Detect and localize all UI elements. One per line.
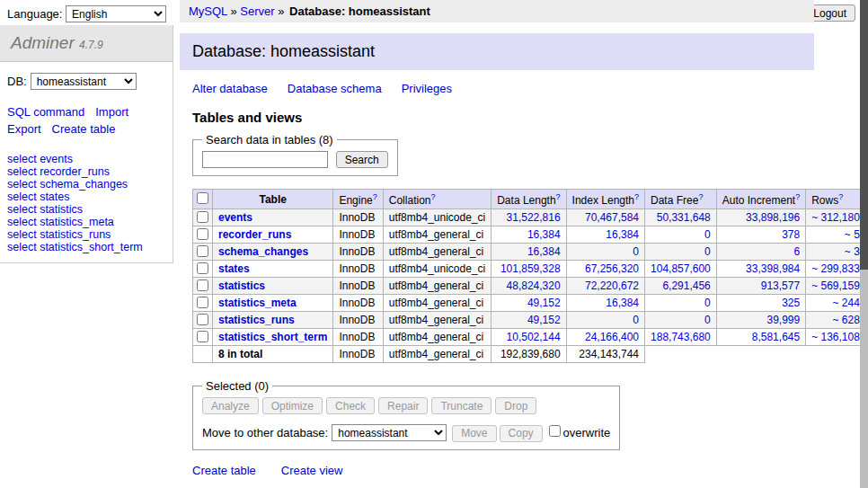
cell-link[interactable]: ~ 299,833 bbox=[811, 262, 860, 275]
table-name-link[interactable]: statistics_short_term bbox=[40, 241, 143, 253]
cell-link[interactable]: 104,857,600 bbox=[651, 262, 711, 275]
cell-link[interactable]: 39,999 bbox=[766, 314, 800, 326]
scrollbar-thumb[interactable] bbox=[860, 0, 868, 270]
table-name-link[interactable]: schema_changes bbox=[40, 178, 128, 191]
table-link[interactable]: states bbox=[218, 262, 250, 275]
cell-link[interactable]: 0 bbox=[633, 314, 639, 326]
row-checkbox[interactable] bbox=[197, 331, 208, 342]
table-select-link[interactable]: select bbox=[7, 216, 37, 228]
row-checkbox[interactable] bbox=[197, 211, 208, 223]
column-help-link[interactable]: ? bbox=[430, 192, 435, 201]
cell-link[interactable]: 6 bbox=[793, 245, 800, 258]
table-name-link[interactable]: statistics bbox=[40, 203, 83, 216]
table-name-link[interactable]: recorder_runs bbox=[40, 165, 110, 178]
scrollbar[interactable] bbox=[860, 0, 868, 488]
row-checkbox[interactable] bbox=[197, 262, 208, 274]
copy-button[interactable]: Copy bbox=[500, 425, 543, 442]
cell-link[interactable]: 0 bbox=[704, 245, 711, 258]
sidebar-link[interactable]: Import bbox=[95, 104, 128, 121]
database-action-link[interactable]: Alter database bbox=[192, 82, 268, 95]
cell-link[interactable]: 24,166,400 bbox=[585, 331, 639, 343]
cell-link[interactable]: 33,898,196 bbox=[746, 211, 800, 224]
sidebar-link[interactable]: SQL command bbox=[7, 104, 84, 121]
table-link[interactable]: statistics_meta bbox=[218, 297, 297, 309]
cell-link[interactable]: 72,220,672 bbox=[585, 279, 639, 292]
cell-link[interactable]: ~ 628 bbox=[833, 314, 860, 326]
column-help-link[interactable]: ? bbox=[698, 192, 703, 201]
search-input[interactable] bbox=[202, 151, 328, 168]
database-action-link[interactable]: Database schema bbox=[288, 82, 382, 95]
column-help-link[interactable]: ? bbox=[838, 192, 843, 201]
cell-link[interactable]: 31,522,816 bbox=[507, 211, 561, 224]
column-help-link[interactable]: ? bbox=[634, 192, 639, 201]
table-select-link[interactable]: select bbox=[7, 228, 37, 241]
column-help-link[interactable]: ? bbox=[556, 192, 561, 201]
table-name-link[interactable]: statistics_meta bbox=[40, 216, 114, 228]
cell-link[interactable]: ~ 569,159 bbox=[811, 279, 860, 292]
table-link[interactable]: statistics_runs bbox=[218, 314, 295, 326]
cell-link[interactable]: 913,577 bbox=[761, 279, 800, 292]
row-checkbox[interactable] bbox=[197, 279, 208, 291]
table-link[interactable]: statistics_short_term bbox=[218, 331, 327, 343]
table-link[interactable]: schema_changes bbox=[218, 245, 308, 258]
table-select-link[interactable]: select bbox=[7, 191, 37, 203]
cell-link[interactable]: 8,581,645 bbox=[752, 331, 800, 343]
cell-link[interactable]: 50,331,648 bbox=[657, 211, 711, 224]
sidebar-link[interactable]: Create table bbox=[52, 121, 116, 138]
cell-link[interactable]: 0 bbox=[633, 245, 639, 258]
column-help-link[interactable]: ? bbox=[373, 192, 377, 201]
db-select[interactable]: homeassistant bbox=[31, 73, 137, 90]
move-db-select[interactable]: homeassistant bbox=[332, 424, 447, 441]
search-button[interactable]: Search bbox=[336, 151, 388, 168]
cell-link[interactable]: 325 bbox=[782, 297, 800, 309]
row-checkbox[interactable] bbox=[197, 297, 208, 308]
row-checkbox[interactable] bbox=[197, 245, 208, 257]
cell-link[interactable]: 101,859,328 bbox=[500, 262, 561, 275]
table-select-link[interactable]: select bbox=[7, 153, 37, 165]
action-check-button[interactable]: Check bbox=[326, 397, 375, 414]
table-select-link[interactable]: select bbox=[7, 165, 37, 178]
column-help-link[interactable]: ? bbox=[795, 192, 800, 201]
cell-link[interactable]: 49,152 bbox=[527, 297, 561, 309]
table-select-link[interactable]: select bbox=[7, 203, 37, 216]
cell-link[interactable]: 16,384 bbox=[606, 228, 639, 241]
table-link[interactable]: statistics bbox=[218, 279, 265, 292]
select-all-checkbox[interactable] bbox=[197, 192, 208, 204]
table-select-link[interactable]: select bbox=[7, 178, 37, 191]
cell-link[interactable]: 48,824,320 bbox=[507, 279, 561, 292]
action-repair-button[interactable]: Repair bbox=[378, 397, 428, 414]
cell-link[interactable]: 0 bbox=[704, 228, 711, 241]
cell-link[interactable]: 49,152 bbox=[527, 314, 561, 326]
cell-link[interactable]: ~ 312,180 bbox=[811, 211, 860, 224]
cell-link[interactable]: 70,467,584 bbox=[585, 211, 639, 224]
cell-link[interactable]: ~ 5 bbox=[845, 228, 860, 241]
table-name-link[interactable]: states bbox=[40, 191, 69, 203]
cell-link[interactable]: 6,291,456 bbox=[662, 279, 710, 292]
cell-link[interactable]: 0 bbox=[704, 297, 711, 309]
table-link[interactable]: events bbox=[218, 211, 252, 224]
cell-link[interactable]: ~ 136,108 bbox=[811, 331, 860, 343]
table-name-link[interactable]: events bbox=[40, 153, 73, 165]
cell-link[interactable]: 0 bbox=[704, 314, 711, 326]
database-action-link[interactable]: Privileges bbox=[402, 82, 452, 95]
cell-link[interactable]: 16,384 bbox=[606, 297, 639, 309]
row-checkbox[interactable] bbox=[197, 228, 208, 240]
table-name-link[interactable]: statistics_runs bbox=[40, 228, 111, 241]
cell-link[interactable]: ~ 244 bbox=[833, 297, 860, 309]
cell-link[interactable]: 16,384 bbox=[527, 228, 561, 241]
sidebar-link[interactable]: Export bbox=[7, 121, 41, 138]
table-link[interactable]: recorder_runs bbox=[218, 228, 291, 241]
table-select-link[interactable]: select bbox=[7, 241, 37, 253]
cell-link[interactable]: ~ 3 bbox=[845, 245, 860, 258]
breadcrumb-link[interactable]: Server bbox=[240, 4, 274, 18]
cell-link[interactable]: 378 bbox=[782, 228, 800, 241]
action-truncate-button[interactable]: Truncate bbox=[431, 397, 492, 414]
row-checkbox[interactable] bbox=[197, 314, 208, 325]
cell-link[interactable]: 16,384 bbox=[527, 245, 561, 258]
action-optimize-button[interactable]: Optimize bbox=[262, 397, 323, 414]
create-link[interactable]: Create table bbox=[192, 464, 256, 477]
cell-link[interactable]: 67,256,320 bbox=[585, 262, 639, 275]
cell-link[interactable]: 33,398,984 bbox=[746, 262, 800, 275]
overwrite-checkbox[interactable] bbox=[549, 425, 561, 437]
overwrite-label[interactable]: overwrite bbox=[563, 426, 611, 439]
